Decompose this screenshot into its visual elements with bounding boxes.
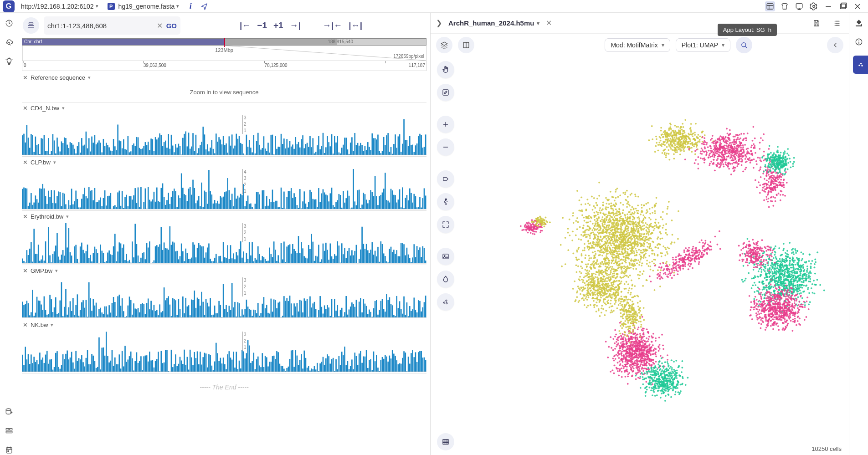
ref-file-dropdown[interactable]: P hg19_genome.fasta ▾ (105, 2, 182, 11)
split-view-icon[interactable] (458, 37, 474, 53)
svg-rect-541 (370, 190, 371, 209)
tshirt-icon[interactable] (780, 1, 790, 11)
svg-point-7136 (632, 343, 634, 345)
scatter-icon[interactable] (437, 293, 454, 311)
close-tab-icon[interactable]: ✕ (546, 19, 552, 27)
layout-icon[interactable] (765, 1, 775, 11)
info-icon[interactable]: i (185, 1, 195, 11)
close-track-icon[interactable]: ✕ (23, 105, 28, 112)
layout-rows-icon[interactable] (4, 426, 14, 436)
cloud-search-icon[interactable] (4, 37, 14, 47)
svg-rect-592 (38, 245, 39, 263)
file-tab[interactable]: ArchR_human_2024.h5mu ▾ (448, 19, 539, 27)
zoom-out-button[interactable]: −1 (257, 20, 267, 31)
info-circle-icon[interactable] (853, 36, 864, 47)
nav-start-icon[interactable]: |← (240, 20, 251, 31)
list-icon[interactable] (830, 16, 843, 30)
svg-point-4129 (740, 147, 742, 148)
edit-tool-icon[interactable] (437, 84, 454, 101)
pan-tool-icon[interactable] (437, 61, 454, 78)
close-track-icon[interactable]: ✕ (23, 267, 28, 274)
svg-point-3223 (595, 273, 596, 275)
svg-point-4796 (690, 257, 692, 259)
svg-point-7324 (626, 351, 628, 353)
go-button[interactable]: GO (166, 22, 177, 30)
chromosome-bar[interactable]: Chr: chr1 188,815,540 (22, 38, 426, 46)
side-panel-tab[interactable] (853, 56, 868, 74)
svg-point-3008 (607, 299, 609, 301)
svg-point-2910 (586, 307, 588, 308)
track-body[interactable]: 321 (22, 113, 426, 157)
track-body[interactable]: 321 (22, 330, 426, 373)
mod-dropdown[interactable]: Mod: MotifMatrix ▾ (605, 38, 670, 52)
history-icon[interactable] (4, 18, 14, 28)
fullscreen-icon[interactable] (437, 216, 454, 233)
svg-rect-1410 (408, 357, 409, 372)
nav-expand-icon[interactable]: |↔| (349, 20, 362, 31)
database-icon[interactable] (4, 407, 14, 417)
save-icon[interactable] (810, 16, 823, 30)
svg-point-7293 (652, 362, 654, 363)
zoom-in-button[interactable]: +1 (273, 20, 283, 31)
svg-point-7620 (674, 394, 676, 395)
back-icon[interactable] (827, 37, 843, 53)
nav-collapse-icon[interactable]: →|← (323, 20, 342, 31)
location-input[interactable] (47, 22, 153, 30)
svg-point-6436 (787, 315, 789, 317)
url-dropdown[interactable]: http://192.168.1.202:6102 ▾ (18, 2, 101, 11)
lightbulb-icon[interactable] (4, 56, 14, 66)
svg-rect-419 (194, 188, 195, 209)
settings-icon[interactable] (809, 1, 819, 11)
svg-point-4393 (787, 162, 789, 164)
svg-rect-1063 (312, 303, 313, 317)
svg-point-3566 (672, 149, 673, 151)
tag-icon[interactable] (437, 170, 454, 188)
svg-point-7330 (643, 332, 645, 334)
svg-point-7726 (650, 367, 652, 369)
calendar-icon[interactable] (4, 445, 14, 455)
svg-point-5768 (786, 256, 787, 257)
fill-icon[interactable] (853, 17, 864, 28)
svg-rect-1301 (250, 363, 252, 372)
svg-rect-1388 (376, 355, 377, 372)
minimize-icon[interactable] (823, 1, 833, 11)
zoom-out-icon[interactable] (437, 138, 454, 156)
svg-rect-137 (192, 133, 194, 155)
chrom-zoom-box[interactable]: 123Mbp 172659bp/pixel (22, 46, 426, 61)
clear-icon[interactable]: ✕ (157, 21, 163, 30)
table-icon[interactable] (437, 433, 454, 450)
share-icon[interactable] (199, 1, 209, 11)
close-track-icon[interactable]: ✕ (23, 159, 28, 166)
search-icon[interactable] (736, 37, 752, 53)
zoom-in-icon[interactable] (437, 116, 454, 133)
svg-rect-1222 (136, 352, 138, 372)
location-search[interactable]: ✕ GO (44, 16, 180, 35)
nav-end-icon[interactable]: →| (290, 20, 301, 31)
umap-scatter-plot[interactable] (467, 56, 849, 441)
svg-point-3003 (631, 280, 632, 281)
expand-tabs-icon[interactable]: ❯ (436, 19, 442, 27)
svg-point-3619 (699, 135, 701, 137)
svg-rect-160 (226, 143, 227, 155)
svg-rect-1176 (70, 358, 71, 372)
layers-icon[interactable] (436, 37, 452, 53)
close-icon[interactable] (853, 1, 863, 11)
plot-dropdown[interactable]: Plot1: UMAP ▾ (676, 38, 730, 52)
close-track-icon[interactable]: ✕ (23, 74, 28, 81)
svg-point-3965 (762, 139, 764, 141)
track-settings-icon[interactable] (23, 17, 39, 34)
svg-point-4835 (679, 266, 681, 268)
svg-rect-1093 (356, 300, 357, 317)
track-body[interactable]: 321 (22, 276, 426, 319)
walk-icon[interactable] (437, 193, 454, 210)
svg-point-4033 (730, 152, 732, 153)
track-body[interactable]: 321 (22, 221, 426, 265)
track-body[interactable]: 4321 (22, 167, 426, 211)
close-track-icon[interactable]: ✕ (23, 213, 28, 220)
maximize-icon[interactable] (838, 1, 848, 11)
app-logo[interactable]: G (3, 0, 15, 12)
monitor-icon[interactable] (794, 1, 804, 11)
close-track-icon[interactable]: ✕ (23, 322, 28, 328)
image-icon[interactable] (437, 248, 454, 265)
droplet-icon[interactable] (437, 271, 454, 288)
